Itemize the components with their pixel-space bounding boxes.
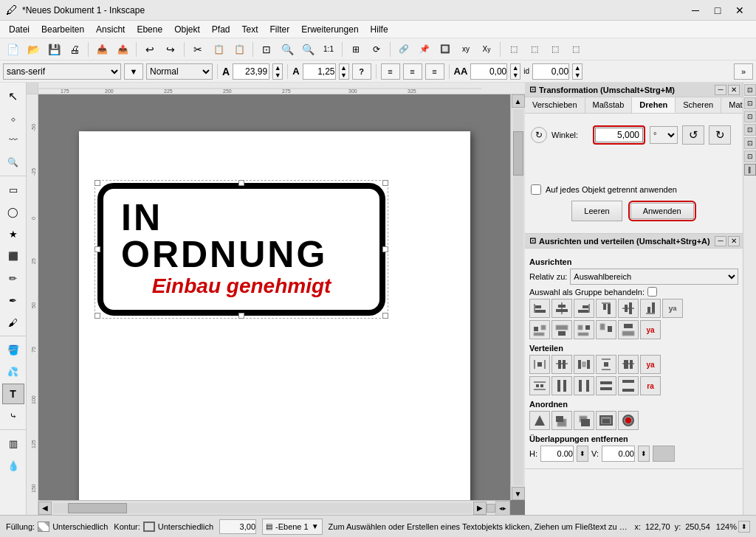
snap-button3[interactable]: 🔲	[436, 41, 455, 58]
menu-pfad[interactable]: Pfad	[206, 23, 236, 36]
order-2[interactable]	[551, 411, 572, 430]
order-5[interactable]	[618, 411, 639, 430]
dist-4[interactable]	[596, 355, 616, 374]
scroll-expand[interactable]: ◂▸	[495, 501, 510, 516]
transform-button[interactable]: ⟳	[367, 41, 386, 58]
zoom-out-button[interactable]: 🔍	[298, 41, 317, 58]
align-left-edge[interactable]	[529, 299, 550, 318]
transform-panel-minimize[interactable]: ─	[715, 85, 726, 95]
maximize-button[interactable]: □	[707, 3, 728, 18]
print-button[interactable]: 🖨	[65, 41, 84, 58]
handle-mr[interactable]	[382, 246, 388, 252]
tweak-tool[interactable]: 〰	[2, 130, 24, 150]
h-scroll-track[interactable]	[53, 503, 472, 513]
align-3[interactable]	[551, 320, 572, 339]
connector-tool[interactable]: ⤷	[2, 406, 24, 426]
menu-ansicht[interactable]: Ansicht	[90, 23, 131, 36]
dist-7[interactable]	[551, 376, 572, 395]
select-tool[interactable]: ↖	[2, 86, 24, 106]
dist-5[interactable]	[618, 355, 639, 374]
minimize-button[interactable]: ─	[685, 3, 706, 18]
align-right-edge[interactable]	[574, 299, 594, 318]
star-tool[interactable]: ★	[2, 224, 24, 244]
rs-btn-2[interactable]: ⊡	[744, 97, 756, 109]
font-style-select[interactable]: Normal	[146, 63, 213, 80]
dist-1[interactable]	[529, 355, 550, 374]
h-scroll-right[interactable]: ▶	[473, 502, 487, 515]
v-scroll-down[interactable]: ▼	[512, 487, 525, 500]
new-button[interactable]: 📄	[3, 41, 22, 58]
cursor-x-button[interactable]: Xy	[477, 41, 496, 58]
apply-separately-checkbox[interactable]	[531, 184, 541, 195]
handle-tm[interactable]	[238, 180, 244, 186]
zoom-in-button[interactable]: 🔍	[278, 41, 297, 58]
align-center-v[interactable]	[618, 299, 639, 318]
dist-ya[interactable]: ya	[640, 355, 661, 374]
zoom-tool[interactable]: 🔍	[2, 152, 24, 173]
rs-btn-4[interactable]: ⊡	[744, 124, 756, 136]
gradient-tool[interactable]: ▥	[2, 433, 24, 454]
calligraphy-tool[interactable]: 🖌	[2, 312, 24, 333]
menu-text[interactable]: Text	[236, 23, 264, 36]
align-center-h[interactable]	[551, 299, 572, 318]
h-scrollbar[interactable]: ◀ ▶ ◂▸	[38, 500, 510, 515]
menu-hilfe[interactable]: Hilfe	[365, 23, 394, 36]
undo-button[interactable]: ↩	[140, 41, 159, 58]
align-panel-minimize[interactable]: ─	[715, 236, 726, 246]
dist-2[interactable]	[551, 355, 572, 374]
rs-btn-6[interactable]: ⊡	[744, 150, 756, 162]
zoom-fit-button[interactable]: ⊡	[257, 41, 276, 58]
v-scroll-up[interactable]: ▲	[512, 94, 525, 108]
rotate-ccw-button[interactable]: ↺	[682, 125, 704, 145]
cut-button[interactable]: ✂	[188, 41, 207, 58]
align-right-button[interactable]: ≡	[425, 63, 444, 80]
dist-ra[interactable]: ra	[640, 376, 661, 395]
rect-tool[interactable]: ▭	[2, 179, 24, 200]
tab-massstab[interactable]: Maßstab	[585, 97, 633, 113]
transform-panel-close[interactable]: ✕	[728, 85, 740, 95]
align-text-baseline[interactable]: ya	[662, 299, 683, 318]
save-button[interactable]: 💾	[44, 41, 63, 58]
kern-input[interactable]: 0,00	[470, 63, 507, 80]
paste-button[interactable]: 📋	[230, 41, 249, 58]
align-center-button[interactable]: ≡	[403, 63, 422, 80]
pencil-tool[interactable]: ✏	[2, 268, 24, 288]
clear-button[interactable]: Leeren	[571, 201, 622, 221]
align-top-edge[interactable]	[596, 299, 616, 318]
align-bottom-edge[interactable]	[640, 299, 661, 318]
order-1[interactable]	[529, 411, 550, 430]
order-3[interactable]	[574, 411, 594, 430]
align-4[interactable]	[574, 320, 594, 339]
close-button[interactable]: ✕	[729, 3, 750, 18]
align-left-button[interactable]: ≡	[381, 63, 400, 80]
id-input[interactable]: 0,00	[532, 63, 569, 80]
fill-tool[interactable]: 🪣	[2, 339, 24, 360]
eyedropper-tool[interactable]: 💧	[2, 455, 24, 476]
overlap-v-input[interactable]: 0.00	[602, 446, 635, 462]
font-list-button[interactable]: ▼	[124, 63, 143, 80]
extra-button2[interactable]: ⬚	[525, 41, 544, 58]
handle-tl[interactable]	[94, 180, 100, 186]
rs-btn-1[interactable]: ⊡	[744, 84, 756, 96]
layer-dropdown[interactable]: ▼	[312, 522, 319, 530]
menu-datei[interactable]: Datei	[3, 23, 35, 36]
kontur-width-input[interactable]	[219, 519, 256, 534]
canvas-scroll-area[interactable]: IN ORDNUNG Einbau genehmigt ◀	[38, 94, 525, 515]
apply-button[interactable]: Anwenden	[630, 203, 694, 219]
extra-button4[interactable]: ⬚	[566, 41, 585, 58]
align-6[interactable]	[618, 320, 639, 339]
redo-button[interactable]: ↪	[161, 41, 180, 58]
node-tool[interactable]: ⬦	[2, 108, 24, 128]
leading-spinner[interactable]: ▲▼	[339, 63, 349, 80]
handle-bl[interactable]	[94, 313, 100, 319]
layer-indicator[interactable]: ▤ -Ebene 1 ▼	[262, 519, 323, 535]
cursor-coords-button[interactable]: xy	[456, 41, 475, 58]
import-button[interactable]: 📥	[92, 41, 111, 58]
rs-btn-5[interactable]: ⊡	[744, 137, 756, 149]
handle-br[interactable]	[382, 313, 388, 319]
v-scroll-track[interactable]	[513, 109, 523, 485]
tab-drehen[interactable]: Drehen	[632, 97, 676, 113]
circle-tool[interactable]: ◯	[2, 201, 24, 222]
help-button[interactable]: ?	[352, 63, 371, 80]
dist-9[interactable]	[596, 376, 616, 395]
